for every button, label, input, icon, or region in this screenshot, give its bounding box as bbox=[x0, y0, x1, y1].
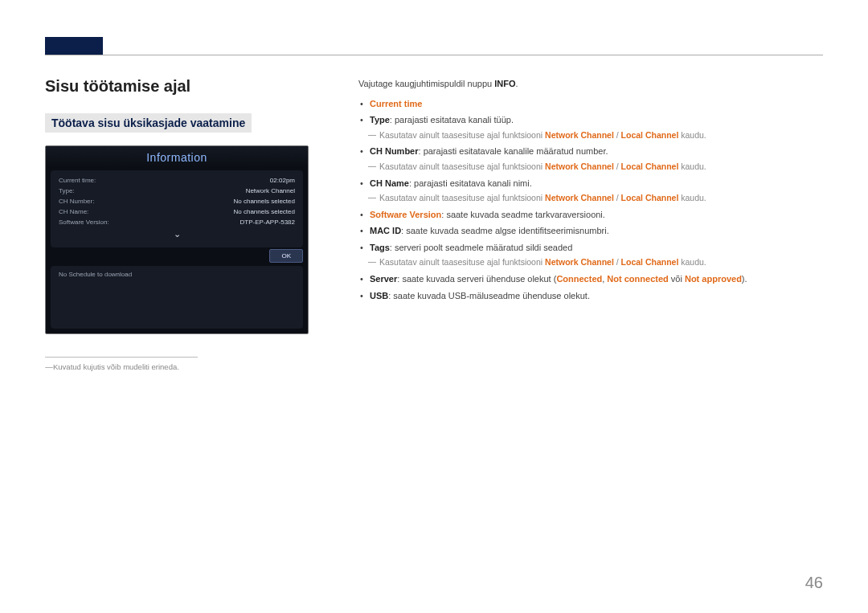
list-item: Current time bbox=[358, 97, 823, 111]
item-lead: USB bbox=[370, 291, 388, 300]
item-subnote: Kasutatav ainult taasesituse ajal funkts… bbox=[370, 192, 823, 205]
list-item: CH Name: parajasti esitatava kanali nimi… bbox=[358, 177, 823, 205]
feature-list: Current time Type: parajasti esitatava k… bbox=[358, 97, 823, 303]
item-rest: : parajasti esitatavale kanalile määratu… bbox=[419, 146, 608, 156]
item-rest-pre: : saate kuvada serveri ühenduse olekut ( bbox=[397, 274, 556, 284]
device-schedule-area: No Schedule to download bbox=[51, 266, 303, 329]
inline-orange: Not connected bbox=[607, 274, 668, 284]
sub-orange: Network Channel bbox=[545, 161, 614, 171]
list-item: Software Version: saate kuvada seadme ta… bbox=[358, 208, 823, 222]
sub-mid: / bbox=[614, 257, 621, 267]
page-number: 46 bbox=[805, 574, 823, 592]
item-lead: CH Number bbox=[370, 146, 419, 156]
intro-paragraph: Vajutage kaugjuhtimispuldil nuppu INFO. bbox=[358, 77, 823, 91]
sub-post: kaudu. bbox=[678, 257, 706, 267]
info-label: CH Number: bbox=[59, 198, 94, 205]
footnote-text: Kuvatud kujutis võib mudeliti erineda. bbox=[53, 362, 179, 371]
schedule-text: No Schedule to download bbox=[59, 271, 132, 278]
info-value: DTP-EP-APP-5382 bbox=[240, 219, 295, 226]
sub-mid: / bbox=[614, 130, 621, 140]
sub-orange: Network Channel bbox=[545, 130, 614, 140]
item-lead: Type bbox=[370, 115, 390, 125]
item-lead: Tags bbox=[370, 243, 390, 252]
sub-post: kaudu. bbox=[678, 193, 706, 202]
item-lead: MAC ID bbox=[370, 226, 401, 235]
info-row: CH Name: No channels selected bbox=[59, 206, 295, 217]
info-row: Software Version: DTP-EP-APP-5382 bbox=[59, 217, 295, 227]
info-label: Software Version: bbox=[59, 219, 109, 226]
item-rest: : parajasti esitatava kanali tüüp. bbox=[390, 115, 514, 125]
sub-orange: Local Channel bbox=[621, 193, 679, 202]
item-rest-post: ). bbox=[742, 274, 747, 284]
info-value: No channels selected bbox=[234, 198, 296, 205]
item-subnote: Kasutatav ainult taasesituse ajal funkts… bbox=[370, 256, 823, 269]
section-heading: Töötava sisu üksikasjade vaatamine bbox=[45, 113, 252, 133]
item-rest: : saate kuvada seadme algse identifitsee… bbox=[401, 226, 609, 235]
page-heading: Sisu töötamise ajal bbox=[45, 77, 310, 96]
item-lead: CH Name bbox=[370, 178, 409, 188]
inline-orange: Connected bbox=[556, 274, 602, 284]
chevron-down-icon: ⌄ bbox=[59, 227, 295, 239]
info-value: No channels selected bbox=[234, 208, 296, 215]
info-row: Type: Network Channel bbox=[59, 186, 295, 196]
info-row: Current time: 02:02pm bbox=[59, 175, 295, 186]
item-rest: : parajasti esitatava kanali nimi. bbox=[409, 178, 532, 188]
inline-orange: Not approved bbox=[685, 274, 742, 284]
item-lead: Current time bbox=[370, 99, 422, 108]
info-value: Network Channel bbox=[246, 187, 295, 194]
item-subnote: Kasutatav ainult taasesituse ajal funkts… bbox=[370, 129, 823, 142]
intro-post: . bbox=[515, 79, 518, 88]
list-item: CH Number: parajasti esitatavale kanalil… bbox=[358, 145, 823, 173]
sub-orange: Network Channel bbox=[545, 193, 614, 202]
info-label: Current time: bbox=[59, 177, 96, 184]
list-item: Type: parajasti esitatava kanali tüüp. K… bbox=[358, 113, 823, 141]
intro-pre: Vajutage kaugjuhtimispuldil nuppu bbox=[358, 79, 494, 88]
sub-mid: / bbox=[614, 193, 621, 202]
sub-pre: Kasutatav ainult taasesituse ajal funkts… bbox=[379, 161, 545, 171]
ok-button[interactable]: OK bbox=[269, 249, 303, 263]
inline-sep: või bbox=[669, 274, 685, 284]
sub-orange: Local Channel bbox=[621, 130, 679, 140]
top-horizontal-rule bbox=[45, 55, 823, 55]
sub-post: kaudu. bbox=[678, 130, 706, 140]
sub-orange: Local Channel bbox=[621, 161, 679, 171]
info-label: CH Name: bbox=[59, 208, 88, 215]
list-item: Tags: serveri poolt seadmele määratud si… bbox=[358, 241, 823, 269]
footnote: ―Kuvatud kujutis võib mudeliti erineda. bbox=[45, 362, 310, 371]
info-row: CH Number: No channels selected bbox=[59, 196, 295, 206]
device-title: Information bbox=[46, 146, 308, 167]
decorative-corner-block bbox=[45, 37, 103, 55]
item-lead: Server bbox=[370, 274, 397, 284]
sub-pre: Kasutatav ainult taasesituse ajal funkts… bbox=[379, 130, 545, 140]
intro-bold: INFO bbox=[494, 79, 515, 88]
item-subnote: Kasutatav ainult taasesituse ajal funkts… bbox=[370, 161, 823, 174]
item-rest: : serveri poolt seadmele määratud sildi … bbox=[390, 243, 572, 252]
footnote-rule bbox=[45, 357, 198, 358]
device-info-grid: Current time: 02:02pm Type: Network Chan… bbox=[51, 170, 303, 247]
list-item: MAC ID: saate kuvada seadme algse identi… bbox=[358, 224, 823, 238]
sub-post: kaudu. bbox=[678, 161, 706, 171]
sub-mid: / bbox=[614, 161, 621, 171]
info-value: 02:02pm bbox=[270, 177, 295, 184]
item-rest: : saate kuvada USB-mäluseadme ühenduse o… bbox=[388, 291, 590, 300]
sub-pre: Kasutatav ainult taasesituse ajal funkts… bbox=[379, 257, 545, 267]
sub-pre: Kasutatav ainult taasesituse ajal funkts… bbox=[379, 193, 545, 202]
item-lead: Software Version bbox=[370, 210, 441, 219]
list-item: Server: saate kuvada serveri ühenduse ol… bbox=[358, 272, 823, 286]
device-screenshot: Information Current time: 02:02pm Type: … bbox=[45, 145, 309, 334]
info-label: Type: bbox=[59, 187, 75, 194]
sub-orange: Local Channel bbox=[621, 257, 679, 267]
list-item: USB: saate kuvada USB-mäluseadme ühendus… bbox=[358, 289, 823, 303]
item-rest: : saate kuvada seadme tarkvaraversiooni. bbox=[441, 210, 605, 219]
sub-orange: Network Channel bbox=[545, 257, 614, 267]
